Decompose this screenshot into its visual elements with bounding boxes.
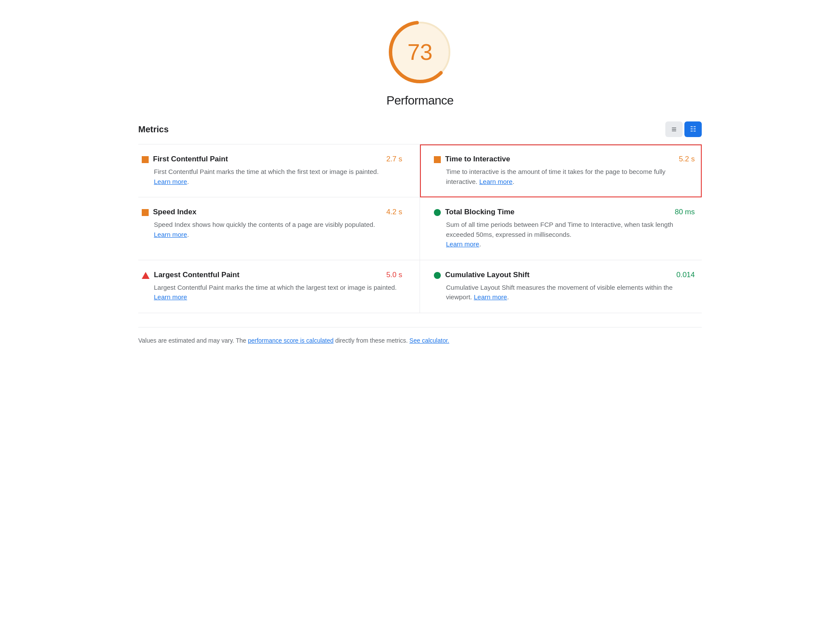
fcp-icon [142,156,149,163]
tti-icon [434,156,441,163]
metrics-section: Metrics ≡ ☷ First Contentful Paint 2.7 s… [138,121,702,345]
metric-lcp: Largest Contentful Paint 5.0 s Largest C… [138,260,420,313]
metric-tbt-title-row: Total Blocking Time [434,208,514,216]
tti-description: Time to interactive is the amount of tim… [446,167,695,187]
footer-text-middle: directly from these metrics. [334,337,410,344]
grid-view-button[interactable]: ☷ [684,121,702,137]
metric-cls-title-row: Cumulative Layout Shift [434,271,530,279]
cls-learn-more[interactable]: Learn more [474,293,507,301]
footer-perf-link[interactable]: performance score is calculated [248,337,334,344]
fcp-value: 2.7 s [386,155,402,164]
metric-si-header: Speed Index 4.2 s [142,208,402,216]
tbt-learn-more[interactable]: Learn more [446,240,479,248]
tti-name: Time to Interactive [445,155,510,164]
si-icon [142,209,149,216]
lcp-learn-more[interactable]: Learn more [154,293,187,301]
footer-note: Values are estimated and may vary. The p… [138,327,702,345]
fcp-learn-more[interactable]: Learn more [154,178,187,185]
score-value: 73 [407,39,433,65]
tbt-value: 80 ms [675,208,695,216]
lcp-description: Largest Contentful Paint marks the time … [154,283,402,302]
footer-calculator-link[interactable]: See calculator. [410,337,449,344]
cls-icon [434,272,441,279]
tbt-description: Sum of all time periods between FCP and … [446,220,695,249]
tbt-icon [434,209,441,216]
metric-fcp-title-row: First Contentful Paint [142,155,228,164]
si-name: Speed Index [153,208,196,216]
si-description: Speed Index shows how quickly the conten… [154,220,402,239]
metric-tti-header: Time to Interactive 5.2 s [434,155,695,164]
metric-lcp-title-row: Largest Contentful Paint [142,271,239,279]
lcp-name: Largest Contentful Paint [154,271,239,279]
metric-si: Speed Index 4.2 s Speed Index shows how … [138,197,420,260]
list-view-button[interactable]: ≡ [665,121,683,137]
cls-description: Cumulative Layout Shift measures the mov… [446,283,695,302]
metric-tti: Time to Interactive 5.2 s Time to intera… [420,144,702,197]
metric-tbt: Total Blocking Time 80 ms Sum of all tim… [420,197,702,260]
tti-learn-more[interactable]: Learn more [479,178,513,185]
metric-cls: Cumulative Layout Shift 0.014 Cumulative… [420,260,702,313]
performance-label: Performance [387,94,454,108]
fcp-name: First Contentful Paint [153,155,228,164]
metric-fcp-header: First Contentful Paint 2.7 s [142,155,402,164]
metric-fcp: First Contentful Paint 2.7 s First Conte… [138,144,420,197]
score-circle: 73 [385,17,455,87]
footer-text-before: Values are estimated and may vary. The [138,337,248,344]
metric-si-title-row: Speed Index [142,208,196,216]
lcp-value: 5.0 s [386,271,402,279]
metric-cls-header: Cumulative Layout Shift 0.014 [434,271,695,279]
metric-lcp-header: Largest Contentful Paint 5.0 s [142,271,402,279]
tti-value: 5.2 s [679,155,695,164]
si-value: 4.2 s [386,208,402,216]
score-section: 73 Performance [26,17,814,108]
metrics-grid: First Contentful Paint 2.7 s First Conte… [138,144,702,313]
view-toggle: ≡ ☷ [665,121,702,137]
metric-tti-title-row: Time to Interactive [434,155,510,164]
lcp-icon [142,272,150,279]
list-icon: ≡ [671,125,677,134]
cls-name: Cumulative Layout Shift [445,271,530,279]
fcp-description: First Contentful Paint marks the time at… [154,167,402,187]
si-learn-more[interactable]: Learn more [154,231,187,238]
metric-tbt-header: Total Blocking Time 80 ms [434,208,695,216]
metrics-header: Metrics ≡ ☷ [138,121,702,137]
tbt-name: Total Blocking Time [445,208,514,216]
cls-value: 0.014 [676,271,695,279]
metrics-title: Metrics [138,124,169,134]
grid-icon: ☷ [690,126,696,133]
